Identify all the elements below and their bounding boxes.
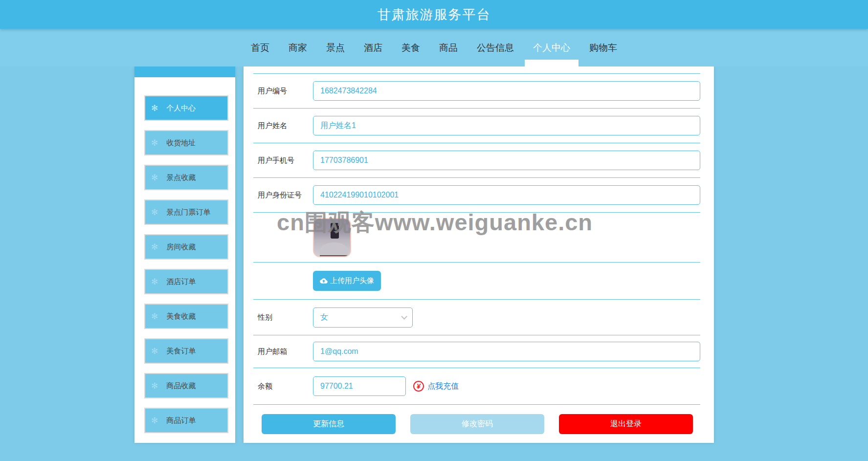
nav-item-announcements[interactable]: 公告信息 [475,29,515,66]
sidebar-item-shipping-address[interactable]: ✻ 收货地址 [144,130,228,155]
user-name-label: 用户姓名 [253,121,313,131]
sidebar-item-product-favorites[interactable]: ✻ 商品收藏 [144,373,228,398]
snowflake-icon: ✻ [151,278,158,286]
profile-form: 用户编号 用户姓名 用户手机号 用户身份证号 [244,66,714,443]
nav-item-merchants[interactable]: 商家 [287,29,309,66]
update-info-button[interactable]: 更新信息 [262,414,396,434]
user-idcard-label: 用户身份证号 [253,191,313,200]
actions-row: 更新信息 修改密码 退出登录 [253,404,700,443]
snowflake-icon: ✻ [151,382,158,390]
sidebar: ✻ 个人中心 ✻ 收货地址 ✻ 景点收藏 ✻ 景点门票订单 ✻ 房间收藏 [134,66,235,443]
avatar-row [253,212,700,262]
snowflake-icon: ✻ [151,243,158,251]
change-password-button[interactable]: 修改密码 [410,414,544,434]
app-header: 甘肃旅游服务平台 [0,0,868,29]
sidebar-item-attraction-favorites[interactable]: ✻ 景点收藏 [144,165,228,190]
balance-label: 余额 [253,382,313,391]
nav-item-hotels[interactable]: 酒店 [362,29,384,66]
sidebar-item-label: 景点收藏 [166,173,196,182]
email-field[interactable] [313,342,700,361]
profile-panel: 用户编号 用户姓名 用户手机号 用户身份证号 [244,66,714,443]
page: 甘肃旅游服务平台 首页 商家 景点 酒店 美食 商品 公告信息 个人中心 购物车… [0,0,868,461]
sidebar-item-label: 美食收藏 [166,312,196,321]
nav-item-food[interactable]: 美食 [400,29,422,66]
sidebar-item-label: 收货地址 [166,138,196,148]
snowflake-icon: ✻ [151,347,158,355]
upload-avatar-label: 上传用户头像 [330,276,374,285]
sidebar-item-product-orders[interactable]: ✻ 商品订单 [144,408,228,433]
user-phone-field[interactable] [313,151,700,170]
snowflake-icon: ✻ [151,208,158,217]
nav-item-products[interactable]: 商品 [438,29,459,66]
user-id-row: 用户编号 [253,73,700,108]
nav-item-personal-center[interactable]: 个人中心 [532,29,572,66]
page-title: 甘肃旅游服务平台 [378,6,491,23]
content-area: ✻ 个人中心 ✻ 收货地址 ✻ 景点收藏 ✻ 景点门票订单 ✻ 房间收藏 [134,66,714,443]
sidebar-item-attraction-ticket-orders[interactable]: ✻ 景点门票订单 [144,199,228,225]
upload-cloud-icon [320,278,328,284]
nav-item-home[interactable]: 首页 [249,29,271,66]
email-label: 用户邮箱 [253,347,313,356]
gender-value: 女 [320,312,328,323]
avatar-image [313,218,351,257]
user-phone-row: 用户手机号 [253,143,700,177]
snowflake-icon: ✻ [151,312,158,321]
nav-item-attractions[interactable]: 景点 [325,29,346,66]
snowflake-icon: ✻ [151,104,158,112]
logout-button[interactable]: 退出登录 [559,414,693,434]
snowflake-icon: ✻ [151,174,158,182]
sidebar-item-label: 房间收藏 [166,242,196,252]
recharge-link[interactable]: 点我充值 [427,381,459,392]
snowflake-icon: ✻ [151,139,158,147]
sidebar-item-label: 酒店订单 [166,277,196,286]
user-name-field[interactable] [313,116,700,135]
gender-label: 性别 [253,313,313,322]
nav-item-cart[interactable]: 购物车 [588,29,619,66]
user-idcard-field[interactable] [313,185,700,205]
chevron-down-icon [401,313,407,320]
actions-group: 更新信息 修改密码 退出登录 [253,414,700,434]
yen-icon: ¥ [413,381,424,392]
sidebar-menu: ✻ 个人中心 ✻ 收货地址 ✻ 景点收藏 ✻ 景点门票订单 ✻ 房间收藏 [134,77,235,433]
upload-avatar-button[interactable]: 上传用户头像 [313,271,381,291]
user-id-field[interactable] [313,81,700,101]
sidebar-item-personal-center[interactable]: ✻ 个人中心 [144,95,228,121]
balance-row: 余额 ¥ 点我充值 [253,368,700,404]
gender-select[interactable]: 女 [313,307,413,328]
sidebar-header-bar [134,66,235,77]
sidebar-item-food-favorites[interactable]: ✻ 美食收藏 [144,304,228,329]
snowflake-icon: ✻ [151,417,158,425]
sidebar-item-label: 个人中心 [166,104,196,113]
sidebar-item-label: 美食订单 [166,347,196,356]
upload-avatar-row: 上传用户头像 [253,262,700,299]
sidebar-item-food-orders[interactable]: ✻ 美食订单 [144,338,228,364]
user-id-label: 用户编号 [253,87,313,96]
sidebar-item-hotel-orders[interactable]: ✻ 酒店订单 [144,269,228,294]
user-name-row: 用户姓名 [253,108,700,143]
balance-field[interactable] [313,376,406,396]
user-phone-label: 用户手机号 [253,156,313,165]
sidebar-item-label: 商品订单 [166,416,196,425]
sidebar-item-label: 商品收藏 [166,381,196,391]
gender-row: 性别 女 [253,299,700,335]
sidebar-item-label: 景点门票订单 [166,208,210,217]
sidebar-item-room-favorites[interactable]: ✻ 房间收藏 [144,234,228,260]
top-navbar: 首页 商家 景点 酒店 美食 商品 公告信息 个人中心 购物车 [0,29,868,66]
user-idcard-row: 用户身份证号 [253,177,700,212]
email-row: 用户邮箱 [253,335,700,368]
